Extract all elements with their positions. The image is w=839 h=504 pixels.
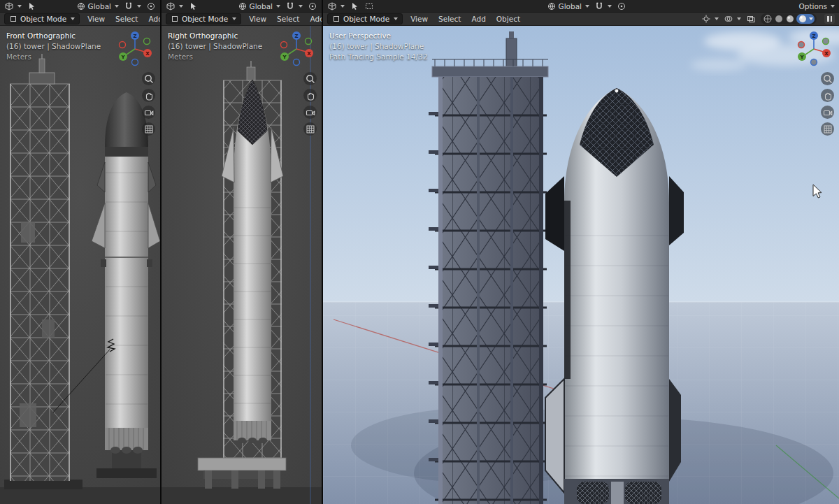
menu-add[interactable]: Add (468, 14, 488, 24)
editor-type-button[interactable] (327, 1, 345, 11)
scene-front-orthographic[interactable] (0, 26, 160, 504)
object-mode-icon (332, 15, 340, 23)
gizmo-z-label: Z (133, 34, 136, 39)
globe-icon (547, 1, 557, 11)
shading-wireframe-icon (763, 14, 773, 24)
viewport-header-row1: Global (0, 0, 160, 13)
gizmo-x-neg-ball[interactable] (281, 42, 287, 48)
camera-view-button[interactable] (821, 106, 834, 119)
pan-button[interactable] (142, 89, 155, 102)
snap-magnet-icon (124, 1, 134, 11)
menu-select[interactable]: Select (113, 14, 141, 24)
show-overlays-toggle[interactable] (724, 14, 741, 24)
gizmo-y-neg-ball[interactable] (306, 38, 312, 45)
editor-type-icon (4, 1, 14, 11)
zoom-button[interactable] (303, 72, 317, 85)
menu-add[interactable]: Add (145, 14, 160, 24)
scene-right-orthographic[interactable] (162, 26, 322, 504)
navigation-gizmo[interactable]: Z X Y (794, 29, 833, 69)
xray-toggle[interactable] (746, 14, 756, 24)
toggle-ortho-button[interactable] (303, 122, 317, 136)
pan-hand-icon (822, 90, 833, 101)
proportional-editing-button[interactable] (617, 1, 626, 11)
viewport-overlay-text: Front Orthographic (16) tower | ShadowPl… (6, 31, 101, 62)
editor-type-button[interactable] (166, 1, 183, 11)
shading-solid-button[interactable] (774, 14, 784, 24)
toggle-ortho-button[interactable] (142, 122, 155, 136)
gizmo-x-neg-ball[interactable] (120, 42, 126, 48)
viewport-header-row1: Global Options (323, 0, 839, 13)
proportional-editing-icon (617, 1, 626, 11)
pan-hand-icon (143, 90, 155, 101)
shading-material-button[interactable] (785, 14, 795, 24)
cursor-tool-icon (27, 1, 36, 11)
zoom-button[interactable] (821, 72, 834, 85)
shading-rendered-icon (798, 14, 808, 24)
menu-view[interactable]: View (85, 14, 108, 24)
proportional-editing-button[interactable] (308, 1, 317, 11)
gizmo-z-neg-ball[interactable] (811, 59, 817, 66)
transform-orientation-dropdown[interactable]: Global (547, 1, 590, 11)
editor-type-icon (327, 1, 337, 11)
orientation-label: Global (250, 2, 273, 10)
shading-material-icon (785, 14, 795, 24)
scene-rendered[interactable] (323, 26, 839, 504)
globe-icon (76, 1, 86, 11)
gizmo-z-neg-ball[interactable] (132, 59, 138, 66)
gizmo-z-neg-ball[interactable] (294, 59, 300, 66)
menu-add[interactable]: Add (307, 14, 322, 24)
snap-control[interactable] (594, 1, 612, 11)
show-gizmos-toggle[interactable] (701, 14, 719, 24)
mode-label: Object Mode (343, 15, 389, 23)
menu-object[interactable]: Object (494, 14, 523, 24)
mode-dropdown[interactable]: Object Mode (327, 13, 403, 24)
shading-rendered-button[interactable] (796, 14, 815, 24)
options-label: Options (799, 2, 828, 10)
menu-select[interactable]: Select (436, 14, 464, 24)
active-tool-button[interactable] (350, 1, 359, 11)
navigation-gizmo[interactable]: Z X Y (115, 29, 155, 69)
select-box-icon (364, 1, 374, 11)
toggle-ortho-button[interactable] (821, 122, 834, 136)
menu-select[interactable]: Select (274, 14, 302, 24)
viewport-nav-buttons (142, 72, 155, 136)
active-tool-button[interactable] (27, 1, 36, 11)
gizmo-y-neg-ball[interactable] (823, 38, 829, 45)
gizmo-x-neg-ball[interactable] (798, 42, 805, 48)
zoom-icon (822, 73, 833, 85)
mode-dropdown[interactable]: Object Mode (166, 13, 241, 24)
viewport-rendered-perspective[interactable]: Global Options Object Mode View Select A… (323, 0, 839, 504)
gizmo-y-neg-ball[interactable] (144, 38, 150, 45)
gizmos-icon (701, 14, 711, 24)
overlays-icon (724, 14, 733, 24)
options-dropdown[interactable]: Options (799, 2, 836, 10)
pause-button[interactable] (824, 14, 835, 24)
orientation-label: Global (559, 2, 582, 10)
zoom-icon (305, 73, 316, 85)
shading-wireframe-button[interactable] (763, 14, 773, 24)
cursor-tool-icon (188, 1, 198, 11)
navigation-gizmo[interactable]: Z X Y (277, 29, 316, 69)
snap-control[interactable] (285, 1, 303, 11)
transform-orientation-dropdown[interactable]: Global (238, 1, 281, 11)
units-label: Meters (6, 52, 101, 62)
gizmo-y-label: Y (799, 55, 804, 60)
zoom-button[interactable] (142, 72, 155, 85)
editor-type-button[interactable] (4, 1, 22, 11)
transform-orientation-dropdown[interactable]: Global (76, 1, 120, 11)
viewport-front-orthographic[interactable]: Global Object Mode View Select Add Objec… (0, 0, 160, 504)
camera-view-button[interactable] (142, 106, 155, 119)
menu-view[interactable]: View (408, 14, 431, 24)
pan-button[interactable] (821, 89, 834, 102)
select-box-tool-button[interactable] (364, 1, 374, 11)
camera-view-button[interactable] (303, 106, 317, 119)
menu-view[interactable]: View (246, 14, 269, 24)
viewport-right-orthographic[interactable]: Global Object Mode View Select Add Objec… (162, 0, 322, 504)
pan-button[interactable] (303, 89, 317, 102)
mode-dropdown[interactable]: Object Mode (4, 13, 80, 24)
snap-control[interactable] (124, 1, 141, 11)
proportional-editing-button[interactable] (146, 1, 156, 11)
active-tool-button[interactable] (188, 1, 198, 11)
launch-tower-model[interactable] (429, 31, 548, 504)
globe-icon (238, 1, 248, 11)
